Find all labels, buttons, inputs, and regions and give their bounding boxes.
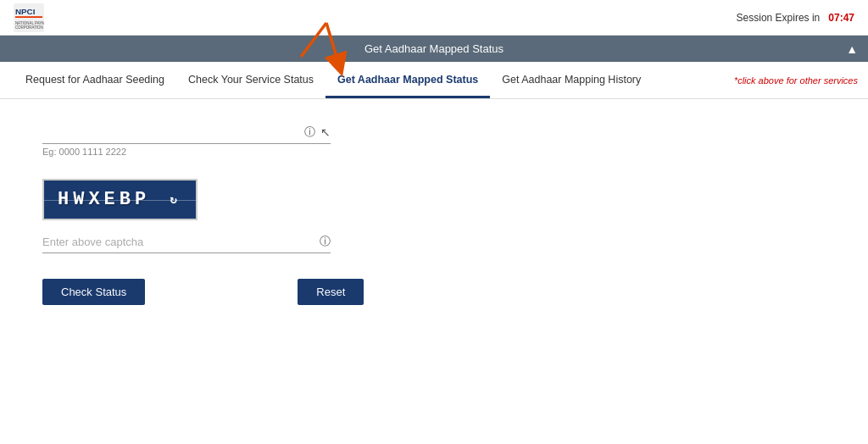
captcha-text: HWXEBP: [58, 189, 150, 210]
top-header: NPCI NATIONAL PAYMENTS CORPORATION OF IN…: [0, 0, 868, 36]
captcha-refresh-icon[interactable]: ↻: [170, 192, 181, 207]
tab-aadhaar-seeding[interactable]: Request for Aadhaar Seeding: [14, 64, 176, 98]
aadhaar-hint: Eg: 0000 1111 2222: [42, 147, 331, 157]
npci-logo-icon: NPCI NATIONAL PAYMENTS CORPORATION OF IN…: [14, 3, 44, 32]
aadhaar-cursor-icon: ↖: [320, 125, 331, 139]
svg-text:NATIONAL PAYMENTS: NATIONAL PAYMENTS: [15, 21, 44, 25]
tab-mapping-history[interactable]: Get Aadhaar Mapping History: [490, 64, 653, 98]
captcha-form-group: ⓘ: [42, 234, 331, 253]
banner-collapse-button[interactable]: ▲: [846, 42, 858, 56]
captcha-input[interactable]: [42, 236, 314, 248]
aadhaar-input-row: ⓘ ↖: [42, 125, 331, 144]
session-info: Session Expires in 07:47: [737, 12, 854, 24]
button-row: Check Status Reset: [42, 279, 826, 305]
captcha-image: HWXEBP ↻: [42, 179, 198, 220]
banner-title: Get Aadhaar Mapped Status: [364, 42, 504, 55]
nav-tabs: Request for Aadhaar Seeding Check Your S…: [0, 62, 868, 99]
tab-service-status[interactable]: Check Your Service Status: [176, 64, 326, 98]
banner-bar: Get Aadhaar Mapped Status ▲: [0, 36, 868, 62]
aadhaar-form-group: ⓘ ↖ Eg: 0000 1111 2222: [42, 125, 331, 157]
captcha-info-icon[interactable]: ⓘ: [320, 234, 331, 249]
svg-text:NPCI: NPCI: [15, 6, 36, 15]
captcha-input-row: ⓘ: [42, 234, 331, 253]
session-time: 07:47: [828, 12, 854, 24]
other-services-note: *click above for other services: [734, 75, 858, 86]
main-content: ⓘ ↖ Eg: 0000 1111 2222 HWXEBP ↻ ⓘ Check …: [0, 99, 868, 330]
check-status-button[interactable]: Check Status: [42, 279, 145, 305]
reset-button[interactable]: Reset: [298, 279, 364, 305]
logo-area: NPCI NATIONAL PAYMENTS CORPORATION OF IN…: [14, 3, 44, 32]
session-label: Session Expires in: [737, 12, 821, 24]
svg-text:CORPORATION OF INDIA: CORPORATION OF INDIA: [15, 25, 44, 30]
svg-rect-2: [15, 16, 42, 18]
aadhaar-input[interactable]: [42, 126, 299, 139]
tab-mapped-status[interactable]: Get Aadhaar Mapped Status: [326, 64, 490, 98]
aadhaar-info-icon[interactable]: ⓘ: [304, 125, 315, 140]
